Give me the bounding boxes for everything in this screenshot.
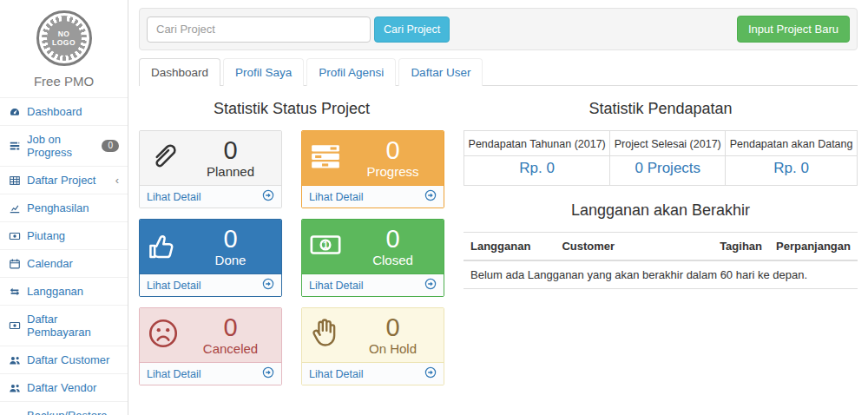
sidebar-item-label: Dashboard xyxy=(27,105,82,118)
users-icon xyxy=(9,354,21,366)
planned-label: Planned xyxy=(187,164,274,179)
subscription-header-row: Langganan Customer Tagihan Perpanjangan xyxy=(464,233,858,261)
income-section-title: Statistik Pendapatan xyxy=(464,100,858,118)
new-project-button[interactable]: Input Project Baru xyxy=(737,16,850,43)
col-perpanjangan: Perpanjangan xyxy=(769,233,858,261)
income-header-finished: Project Selesai (2017) xyxy=(610,131,726,156)
tab-profil-saya[interactable]: Profil Saya xyxy=(223,58,304,86)
arrow-circle-right-icon xyxy=(262,278,274,293)
sidebar-item-label: Daftar Project xyxy=(27,174,95,187)
sidebar-item-penghasilan[interactable]: Penghasilan xyxy=(0,194,128,221)
progress-label: Progress xyxy=(349,164,437,179)
closed-label: Closed xyxy=(349,253,437,267)
search-input[interactable] xyxy=(147,16,371,43)
sidebar-item-label: Job on Progress xyxy=(27,133,95,159)
sidebar-item-daftar-pembayaran[interactable]: Daftar Pembayaran xyxy=(0,305,128,346)
on-hold-detail-link[interactable]: Lihat Detail xyxy=(302,362,444,385)
money-icon xyxy=(9,230,21,242)
tasks-icon xyxy=(9,140,21,152)
tab-daftar-user[interactable]: Daftar User xyxy=(398,58,483,86)
card-canceled: 0 Canceled Lihat Detail xyxy=(139,307,282,385)
line-chart-icon xyxy=(9,202,21,214)
table-icon xyxy=(9,175,21,187)
search-button[interactable]: Cari Project xyxy=(374,16,450,43)
canceled-label: Canceled xyxy=(187,341,274,356)
status-section: Statistik Status Project 0 Planned xyxy=(139,97,444,385)
closed-detail-link[interactable]: Lihat Detail xyxy=(302,273,444,296)
sidebar-item-backup-restore[interactable]: Backup/Restore DB xyxy=(0,401,128,415)
tab-dashboard[interactable]: Dashboard xyxy=(139,58,220,86)
done-detail-link[interactable]: Lihat Detail xyxy=(140,273,281,296)
done-count: 0 xyxy=(187,226,274,252)
frown-icon xyxy=(147,317,187,352)
done-label: Done xyxy=(187,253,274,267)
planned-count: 0 xyxy=(187,137,274,163)
subscription-empty-row: Belum ada Langganan yang akan berakhir d… xyxy=(464,260,858,289)
retweet-icon xyxy=(9,286,21,298)
sidebar-item-langganan[interactable]: Langganan xyxy=(0,277,128,305)
tasks-icon xyxy=(309,140,349,175)
sidebar-item-job-on-progress[interactable]: Job on Progress 0 xyxy=(0,125,128,166)
sidebar-item-dashboard[interactable]: Dashboard xyxy=(0,97,128,125)
svg-text:1: 1 xyxy=(323,240,328,250)
income-header-upcoming: Pendapatan akan Datang xyxy=(726,131,858,156)
closed-count: 0 xyxy=(349,226,437,252)
arrow-circle-right-icon xyxy=(424,278,437,293)
col-customer: Customer xyxy=(555,233,713,261)
project-search-bar: Cari Project Input Project Baru xyxy=(139,8,858,50)
progress-detail-link[interactable]: Lihat Detail xyxy=(302,185,444,208)
subscription-section-title: Langganan akan Berakhir xyxy=(464,201,858,220)
sidebar-item-label: Piutang xyxy=(27,229,65,242)
sidebar-item-calendar[interactable]: Calendar xyxy=(0,249,128,277)
sidebar-item-label: Daftar Customer xyxy=(27,353,109,366)
arrow-circle-right-icon xyxy=(262,366,274,381)
subscription-table: Langganan Customer Tagihan Perpanjangan … xyxy=(464,232,858,289)
sidebar-item-daftar-vendor[interactable]: Daftar Vendor xyxy=(0,373,128,401)
income-upcoming-value[interactable]: Rp. 0 xyxy=(773,160,809,176)
app-window: NO LOGO Free PMO Dashboard Job on Progre… xyxy=(0,0,868,415)
progress-count: 0 xyxy=(349,137,437,163)
status-cards: 0 Planned Lihat Detail xyxy=(139,130,444,385)
card-progress: 0 Progress Lihat Detail xyxy=(301,130,444,208)
on-hold-label: On Hold xyxy=(349,341,437,356)
sidebar-item-label: Backup/Restore DB xyxy=(27,409,119,415)
chevron-left-icon: ‹ xyxy=(115,174,119,187)
sidebar-item-daftar-customer[interactable]: Daftar Customer xyxy=(0,346,128,373)
arrow-circle-right-icon xyxy=(262,189,274,204)
calendar-icon xyxy=(9,258,21,270)
dashboard-icon xyxy=(9,106,21,118)
card-closed: 1 0 Closed Lihat Detail xyxy=(301,219,444,297)
income-finished-value[interactable]: 0 Projects xyxy=(635,160,700,176)
sidebar-item-label: Daftar Pembayaran xyxy=(27,313,119,339)
canceled-detail-link[interactable]: Lihat Detail xyxy=(140,362,281,385)
col-tagihan: Tagihan xyxy=(713,233,769,261)
arrow-circle-right-icon xyxy=(424,366,437,381)
logo: NO LOGO Free PMO xyxy=(0,0,128,97)
tab-bar: Dashboard Profil Saya Profil Agensi Daft… xyxy=(139,57,858,86)
sidebar: NO LOGO Free PMO Dashboard Job on Progre… xyxy=(0,0,128,415)
sidebar-menu: Dashboard Job on Progress 0 Daftar Proje… xyxy=(0,97,128,415)
income-table: Pendapatan Tahunan (2017) Project Selesa… xyxy=(464,130,858,186)
status-section-title: Statistik Status Project xyxy=(139,100,444,118)
income-yearly-value[interactable]: Rp. 0 xyxy=(519,160,555,176)
canceled-count: 0 xyxy=(187,314,274,340)
income-header-yearly: Pendapatan Tahunan (2017) xyxy=(464,131,610,156)
logo-seal: NO LOGO xyxy=(36,10,92,66)
arrow-circle-right-icon xyxy=(424,189,437,204)
sidebar-item-daftar-project[interactable]: Daftar Project ‹ xyxy=(0,166,128,194)
money-icon: 1 xyxy=(309,228,349,264)
subscription-empty-message: Belum ada Langganan yang akan berakhir d… xyxy=(464,260,858,289)
sidebar-item-piutang[interactable]: Piutang xyxy=(0,221,128,249)
main-content: Cari Project Input Project Baru Dashboar… xyxy=(128,0,868,415)
card-on-hold: 0 On Hold Lihat Detail xyxy=(301,307,444,385)
sidebar-item-label: Langganan xyxy=(27,285,83,298)
card-planned: 0 Planned Lihat Detail xyxy=(139,130,282,208)
sidebar-item-label: Daftar Vendor xyxy=(27,381,96,394)
job-count-badge: 0 xyxy=(102,140,119,152)
tab-profil-agensi[interactable]: Profil Agensi xyxy=(306,58,396,86)
sidebar-item-label: Calendar xyxy=(27,257,73,270)
income-section: Statistik Pendapatan Pendapatan Tahunan … xyxy=(464,97,858,385)
sidebar-item-label: Penghasilan xyxy=(27,201,89,214)
on-hold-count: 0 xyxy=(349,314,437,340)
planned-detail-link[interactable]: Lihat Detail xyxy=(140,185,281,208)
